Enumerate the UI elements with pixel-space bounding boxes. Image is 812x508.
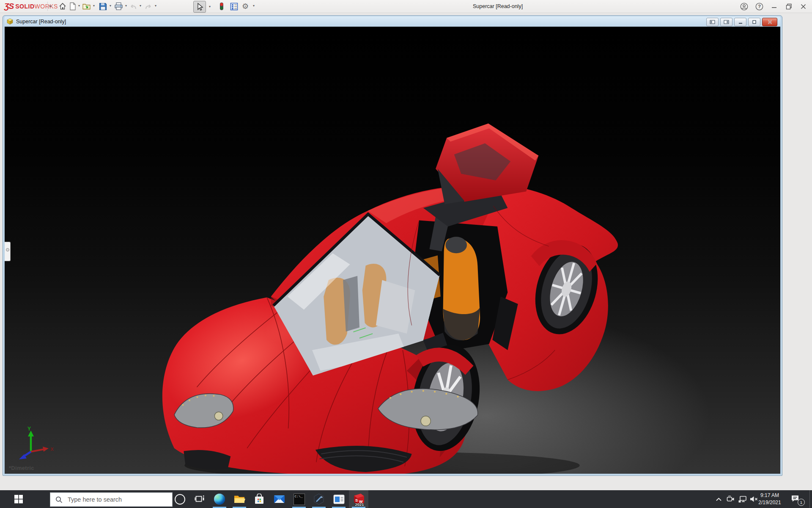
solidworks-2021-icon: S W 2021 <box>351 492 366 506</box>
open-folder-icon <box>82 2 91 11</box>
file-properties-icon <box>230 3 238 11</box>
undo-icon <box>129 3 137 10</box>
doc-minimize-button[interactable] <box>734 18 746 26</box>
account-icon <box>740 3 748 11</box>
brand-glyph: ƷS <box>4 2 14 11</box>
dropdown-caret-icon[interactable]: ▾ <box>138 4 143 8</box>
open-button[interactable] <box>81 1 91 11</box>
clock-date: 2/19/2021 <box>754 499 785 506</box>
document-titlebar[interactable]: Supercar [Read-only] <box>4 17 781 27</box>
start-button[interactable] <box>0 490 37 508</box>
network-icon <box>738 496 746 503</box>
redo-icon <box>144 3 153 10</box>
print-button[interactable] <box>113 1 123 11</box>
taskbar-command-prompt[interactable]: C:\_ <box>289 490 309 508</box>
file-properties-button[interactable] <box>229 1 239 11</box>
store-icon <box>254 494 264 505</box>
hexagon-app-icon <box>313 493 325 505</box>
pane-expand-right-button[interactable] <box>720 18 732 26</box>
task-view-icon <box>195 494 205 504</box>
print-icon <box>114 2 123 11</box>
selection-indicator-button[interactable] <box>217 1 227 11</box>
cortana-icon <box>175 494 185 505</box>
help-button[interactable]: ? <box>754 1 765 11</box>
account-button[interactable] <box>738 1 749 11</box>
doc-restore-icon <box>752 20 757 24</box>
windows-taskbar: C:\_ S W 2021 <box>0 490 812 508</box>
taskbar-solidworks[interactable]: S W 2021 <box>349 490 368 508</box>
app-title: Supercar [Read-only] <box>473 0 523 13</box>
undo-button[interactable] <box>128 1 138 11</box>
show-desktop-button[interactable] <box>809 490 812 508</box>
svg-text:?: ? <box>758 4 761 9</box>
network-button[interactable] <box>737 490 748 508</box>
gear-icon: ⚙ <box>242 2 249 11</box>
doc-close-icon <box>768 20 772 24</box>
dropdown-caret-icon[interactable]: ▾ <box>108 4 113 8</box>
dropdown-caret-icon[interactable]: ▾ <box>251 4 256 8</box>
chevron-up-icon <box>716 497 722 502</box>
triad-y-label: Y <box>27 426 31 432</box>
dropdown-caret-icon[interactable]: ▾ <box>91 4 96 8</box>
cmd-prompt-text: C:\_ <box>295 494 303 498</box>
close-button[interactable] <box>798 1 809 11</box>
taskbar-file-explorer[interactable] <box>230 490 249 508</box>
home-icon <box>58 2 67 11</box>
notification-badge: 1 <box>798 499 805 506</box>
doc-close-button[interactable] <box>762 18 777 26</box>
taskbar-store[interactable] <box>250 490 269 508</box>
restore-icon <box>786 3 792 10</box>
restore-button[interactable] <box>783 1 794 11</box>
taskbar-cortana[interactable] <box>170 490 189 508</box>
command-prompt-icon: C:\_ <box>294 494 305 505</box>
search-input[interactable] <box>67 496 162 503</box>
select-tool-button[interactable] <box>193 1 206 13</box>
options-button[interactable]: ⚙ <box>240 1 250 11</box>
search-icon <box>55 496 63 503</box>
tab-dot-icon <box>6 248 9 251</box>
minimize-icon <box>771 3 777 9</box>
pane-right-icon <box>724 20 729 24</box>
taskbar-search[interactable] <box>50 492 173 507</box>
taskbar-task-view[interactable] <box>190 490 209 508</box>
mail-icon <box>274 494 285 504</box>
save-button[interactable] <box>98 1 108 11</box>
supercar-model[interactable] <box>127 103 637 474</box>
save-icon <box>99 3 107 11</box>
taskbar-clock[interactable]: 9:17 AM 2/19/2021 <box>754 492 785 506</box>
app-window-icon <box>333 494 345 504</box>
graphics-viewport[interactable]: Y X *Dimetric <box>5 27 780 474</box>
close-icon <box>801 4 806 9</box>
action-center-button[interactable]: 1 <box>787 490 806 508</box>
divider <box>47 2 48 11</box>
document-window[interactable]: Supercar [Read-only] <box>3 15 782 476</box>
home-button[interactable] <box>58 1 68 11</box>
view-orientation-label: *Dimetric <box>9 465 34 471</box>
taskbar-paint3d[interactable] <box>309 490 329 508</box>
meet-now-icon <box>727 496 735 502</box>
assembly-part-icon <box>6 18 14 25</box>
dropdown-caret-icon[interactable]: ▾ <box>153 4 158 8</box>
doc-restore-button[interactable] <box>748 18 760 26</box>
file-explorer-icon <box>233 494 245 504</box>
windows-logo-icon <box>14 494 23 504</box>
doc-minimize-icon <box>738 20 743 24</box>
menu-expand-arrow-icon[interactable]: ▸ <box>49 3 52 8</box>
clock-time: 9:17 AM <box>754 492 785 499</box>
dropdown-caret-icon[interactable]: ▾ <box>207 5 212 8</box>
taskbar-mail[interactable] <box>269 490 289 508</box>
minimize-button[interactable] <box>769 1 780 11</box>
meet-now-button[interactable] <box>725 490 736 508</box>
pane-collapse-left-button[interactable] <box>706 18 719 26</box>
orientation-triad[interactable]: Y X <box>14 425 55 462</box>
featuremanager-collapsed-tab[interactable] <box>5 242 11 261</box>
brand-solid: SOLID <box>15 3 34 10</box>
hidden-icons-button[interactable] <box>713 490 724 508</box>
redo-button[interactable] <box>143 1 154 11</box>
taskbar-app-window[interactable] <box>329 490 348 508</box>
taskbar-edge[interactable] <box>210 490 229 508</box>
app-titlebar: ƷS SOLID WORKS ▸ ▾ ▾ ▾ <box>0 0 812 13</box>
help-icon: ? <box>755 3 763 11</box>
solidworks-year-label: 2021 <box>351 502 368 507</box>
document-title: Supercar [Read-only] <box>16 19 66 25</box>
